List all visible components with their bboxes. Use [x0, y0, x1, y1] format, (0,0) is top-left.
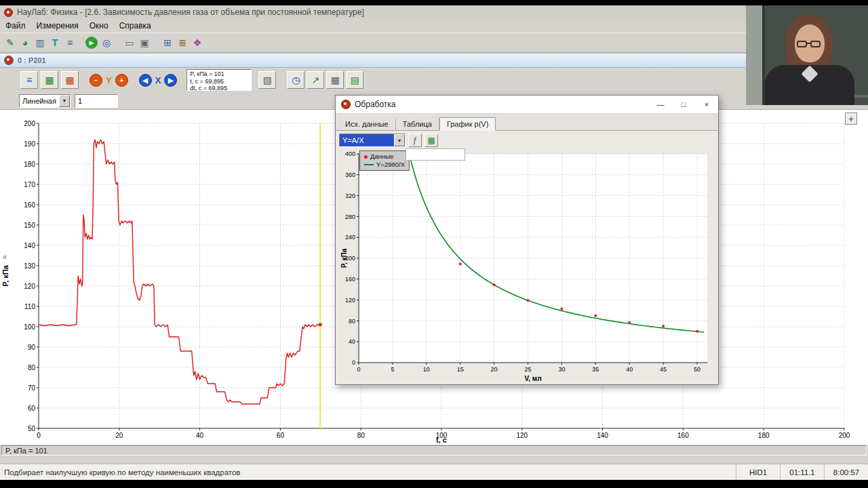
svg-text:160: 160	[345, 276, 355, 283]
readout-status-bar: P, кПа = 101	[0, 445, 868, 456]
svg-text:0: 0	[352, 359, 355, 366]
title-bar: НауЛаб: Физика - [2.6. Зависимость давле…	[0, 5, 868, 19]
webcam-door	[746, 5, 762, 105]
bottom-black-strip	[0, 480, 868, 488]
layers-button[interactable]: ≣	[175, 35, 190, 50]
svg-text:150: 150	[24, 222, 35, 229]
timer-button[interactable]: ◷	[287, 71, 304, 89]
minimize-button[interactable]: —	[649, 96, 672, 113]
svg-text:20: 20	[491, 366, 498, 373]
tab-source-data[interactable]: Исх. данные	[338, 118, 396, 130]
x-scroll-left-button[interactable]: ◀	[139, 74, 152, 87]
svg-text:280: 280	[345, 214, 355, 220]
presenter-glasses-bridge	[806, 43, 811, 44]
panel-header: 0 : P201	[0, 53, 868, 68]
svg-text:0: 0	[37, 432, 41, 439]
y-axis-label: Y	[104, 75, 113, 85]
svg-text:30: 30	[558, 366, 565, 373]
y-zoom-out-button[interactable]: −	[90, 74, 102, 87]
pv-fit-plot[interactable]: 0510152025303540455004080120160200240280…	[338, 148, 717, 383]
svg-text:140: 140	[24, 242, 35, 249]
fit-result-box	[406, 148, 465, 161]
list-button[interactable]: ≡	[62, 35, 77, 50]
svg-text:80: 80	[28, 364, 36, 371]
status-readout: P, кПа = 101	[1, 445, 867, 455]
svg-text:20: 20	[115, 432, 123, 439]
x-scroll-right-button[interactable]: ▶	[164, 74, 177, 87]
screenshot-button[interactable]: ▭	[122, 35, 137, 50]
status-clock: 8:00:57	[824, 464, 868, 480]
webcam-video	[746, 5, 868, 105]
svg-text:200: 200	[24, 120, 35, 127]
panel-icon	[4, 56, 14, 65]
monitor-button[interactable]: ▥	[33, 35, 47, 50]
gauge-button[interactable]: ◕	[18, 35, 33, 50]
x-axis-label: X	[154, 75, 163, 85]
status-message: Подбирает наилучшую кривую по методу наи…	[4, 468, 240, 476]
chevron-down-icon[interactable]: ▼	[59, 95, 70, 107]
svg-text:40: 40	[349, 338, 355, 345]
dialog-title: Обработка	[355, 100, 396, 109]
play-button[interactable]: ▶	[85, 37, 98, 49]
svg-text:80: 80	[349, 318, 355, 325]
svg-text:320: 320	[345, 192, 355, 199]
maximize-button[interactable]: □	[672, 96, 695, 113]
pv-chart: 0510152025303540455004080120160200240280…	[338, 148, 717, 383]
svg-text:80: 80	[357, 432, 366, 439]
svg-text:0: 0	[357, 366, 360, 373]
svg-text:40: 40	[626, 366, 633, 373]
interval-input[interactable]	[75, 94, 118, 108]
table-red-button[interactable]: ▦	[61, 71, 79, 89]
readout-dt: dt, c = 69,895	[190, 85, 248, 92]
svg-text:50: 50	[694, 366, 701, 373]
plot-fit-button[interactable]: ▦	[425, 134, 438, 147]
table-view-button[interactable]: ▦	[326, 71, 344, 89]
menu-window[interactable]: Окно	[84, 20, 114, 32]
top-black-strip	[0, 0, 868, 5]
camera-button[interactable]: ▣	[137, 35, 152, 50]
dialog-title-bar[interactable]: Обработка — □ ×	[336, 96, 718, 114]
graph-view-button[interactable]: ▤	[346, 71, 363, 89]
collapse-handle[interactable]: «	[1, 251, 9, 263]
svg-text:180: 180	[24, 161, 35, 168]
record-button[interactable]: ◎	[99, 35, 114, 50]
svg-text:120: 120	[516, 432, 528, 439]
channels-button[interactable]: ≡	[20, 71, 38, 89]
panel-tools-group: ◷ ↗ ▦ ▤	[287, 71, 363, 89]
table-green-button[interactable]: ▦	[41, 71, 58, 89]
chevron-down-icon[interactable]: ▼	[394, 134, 405, 146]
svg-text:35: 35	[592, 366, 599, 373]
svg-text:60: 60	[28, 405, 36, 412]
export-button[interactable]: ↗	[307, 71, 324, 89]
palette-button[interactable]: ❖	[190, 35, 205, 50]
close-button[interactable]: ×	[695, 96, 718, 113]
fit-type-value: Y=A/X	[340, 134, 394, 146]
text-tool-button[interactable]: T	[47, 35, 62, 50]
svg-text:160: 160	[677, 432, 689, 439]
y-zoom-in-button[interactable]: +	[115, 74, 128, 87]
scale-mode-value: Линейная	[20, 95, 59, 107]
edit-button[interactable]: ✎	[3, 35, 18, 50]
menu-measurements[interactable]: Измерения	[31, 20, 84, 32]
chart-legend: Данные Y=2980/X	[359, 150, 410, 171]
tab-graph-pv[interactable]: График p(V)	[439, 117, 496, 131]
svg-text:P, кПа: P, кПа	[340, 248, 348, 268]
autoscale-button[interactable]: ▧	[258, 71, 276, 89]
fit-params-button[interactable]: ƒ	[408, 134, 422, 147]
hierarchy-button[interactable]: ⊞	[160, 35, 175, 50]
svg-text:P, кПа: P, кПа	[1, 264, 9, 286]
svg-text:t, c: t, c	[436, 436, 447, 444]
svg-text:130: 130	[24, 262, 35, 270]
main-toolbar: ✎◕▥T≡▶◎▭▣⊞≣❖	[0, 33, 868, 53]
fit-type-select[interactable]: Y=A/X ▼	[339, 134, 406, 147]
svg-text:140: 140	[597, 432, 608, 439]
legend-row-data: Данные	[364, 152, 405, 161]
status-bar: Подбирает наилучшую кривую по методу наи…	[0, 464, 868, 480]
svg-text:90: 90	[28, 344, 36, 351]
menu-help[interactable]: Справка	[114, 20, 157, 32]
tab-table[interactable]: Таблица	[396, 118, 439, 130]
dialog-icon	[341, 100, 351, 109]
scale-mode-select[interactable]: Линейная ▼	[19, 94, 71, 108]
menu-file[interactable]: Файл	[0, 20, 31, 32]
add-marker-button[interactable]: +	[845, 113, 857, 125]
